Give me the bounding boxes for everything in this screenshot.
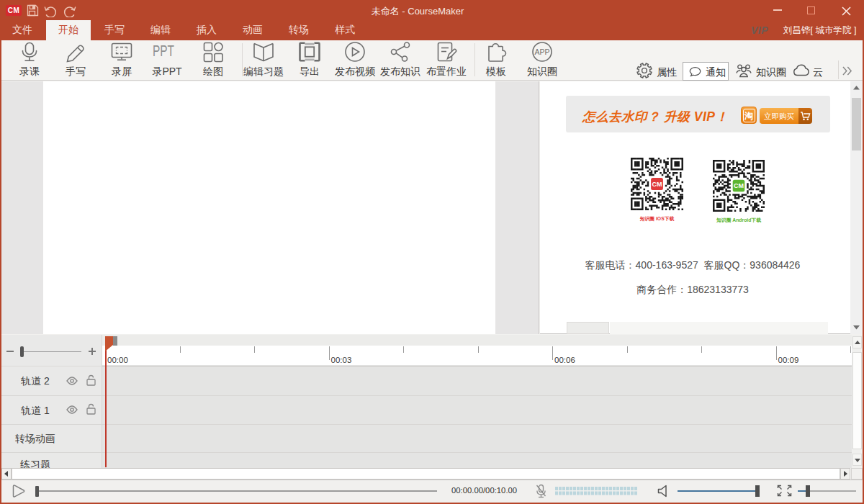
svg-text:CM: CM [652, 181, 662, 188]
svg-text:CM: CM [734, 182, 744, 189]
svg-text:APP: APP [534, 48, 549, 56]
